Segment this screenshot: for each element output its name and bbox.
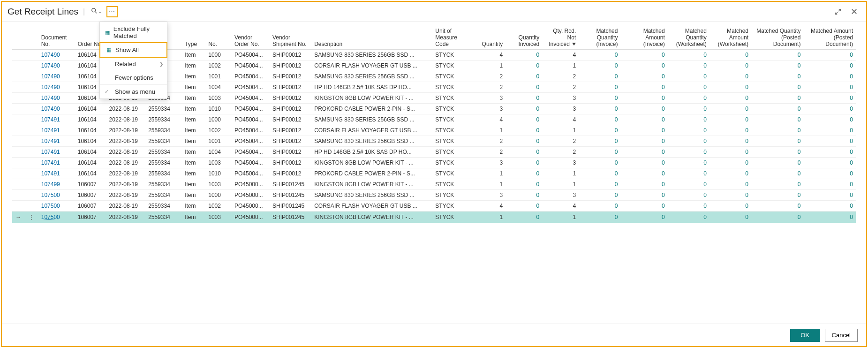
cell-document-no[interactable]: 107500: [38, 190, 75, 201]
cell-vendor-shipment-no: SHIP00012: [270, 158, 311, 168]
cell-mapd: 0: [803, 114, 856, 125]
cell-vendor-order-no: PO45004...: [232, 82, 270, 93]
cell-vendor-order-no: PO45004...: [232, 147, 270, 158]
row-menu-icon[interactable]: ⋮: [25, 212, 38, 223]
cell-buy-from: 2559334: [145, 168, 182, 179]
cell-vendor-shipment-no: SHIP00012: [270, 82, 311, 93]
cell-vendor-order-no: PO45004...: [232, 125, 270, 136]
col-vendor-shipment-no[interactable]: Vendor Shipment No.: [270, 26, 311, 50]
col-description[interactable]: Description: [311, 26, 432, 50]
table-row[interactable]: 1074911061042022-08-192559334Item1000PO4…: [12, 114, 856, 125]
cell-qty-rcd: 2: [542, 147, 579, 158]
table-row[interactable]: 1074991060072022-08-192559334Item1003PO4…: [12, 179, 856, 190]
cell-uom: STYCK: [432, 201, 469, 212]
cell-buy-from: 2559334: [145, 147, 182, 158]
col-qty-invoiced[interactable]: Quantity Invoiced: [506, 26, 542, 50]
cancel-button[interactable]: Cancel: [825, 329, 858, 342]
col-matched-qty-posted[interactable]: Matched Quantity (Posted Document): [751, 26, 803, 50]
cell-document-no[interactable]: 107500: [38, 212, 75, 223]
cell-mqpd: 0: [751, 82, 803, 93]
row-indicator-icon: →: [12, 212, 25, 223]
col-quantity[interactable]: Quantity: [469, 26, 506, 50]
table-row[interactable]: 1074911061042022-08-192559334Item1003PO4…: [12, 158, 856, 168]
cell-document-no[interactable]: 107491: [38, 168, 75, 179]
cell-type: Item: [182, 212, 205, 223]
table-row[interactable]: 1075001060072022-08-192559334Item1000PO4…: [12, 190, 856, 201]
cell-uom: STYCK: [432, 104, 469, 114]
cell-document-no[interactable]: 107490: [38, 61, 75, 71]
cell-qty: 1: [469, 179, 506, 190]
cell-posting-date: 2022-08-19: [106, 136, 146, 147]
table-row[interactable]: 1074911061042022-08-192559334Item1002PO4…: [12, 125, 856, 136]
cell-document-no[interactable]: 107490: [38, 71, 75, 82]
menu-show-as-menu[interactable]: Show as menu: [100, 85, 167, 98]
table-row[interactable]: 1074911061042022-08-192559334Item1010PO4…: [12, 168, 856, 179]
cell-description: PROKORD CABLE POWER 2-PIN - S...: [311, 168, 432, 179]
cell-mapd: 0: [803, 93, 856, 104]
chevron-right-icon: ❯: [159, 61, 163, 67]
cell-no: 1003: [205, 158, 232, 168]
expand-icon[interactable]: [831, 5, 845, 18]
close-icon[interactable]: ✕: [847, 5, 860, 18]
cell-document-no[interactable]: 107490: [38, 50, 75, 61]
cell-document-no[interactable]: 107491: [38, 114, 75, 125]
menu-exclude-fully-matched[interactable]: ▦ Exclude Fully Matched: [100, 22, 167, 43]
table-row[interactable]: 1074911061042022-08-192559334Item1004PO4…: [12, 147, 856, 158]
cell-document-no[interactable]: 107500: [38, 201, 75, 212]
col-no[interactable]: No.: [205, 26, 232, 50]
cell-document-no[interactable]: 107491: [38, 158, 75, 168]
col-vendor-order-no[interactable]: Vendor Order No.: [232, 26, 270, 50]
ok-button[interactable]: OK: [790, 329, 820, 342]
cell-type: Item: [182, 50, 205, 61]
more-actions-button[interactable]: ⋯: [106, 6, 118, 17]
cell-document-no[interactable]: 107491: [38, 125, 75, 136]
cell-buy-from: 2559334: [145, 104, 182, 114]
cell-type: Item: [182, 168, 205, 179]
cell-no: 1002: [205, 201, 232, 212]
cell-mqi: 0: [579, 114, 620, 125]
cell-maw: 0: [709, 104, 751, 114]
cell-buy-from: 2559334: [145, 114, 182, 125]
col-matched-amount-invoice[interactable]: Matched Amount (Invoice): [620, 26, 667, 50]
cell-document-no[interactable]: 107491: [38, 136, 75, 147]
cell-qty: 3: [469, 158, 506, 168]
cell-vendor-order-no: PO45000...: [232, 179, 270, 190]
cell-maw: 0: [709, 147, 751, 158]
cell-mai: 0: [620, 125, 667, 136]
cell-uom: STYCK: [432, 190, 469, 201]
col-matched-qty-invoice[interactable]: Matched Quantity (Invoice): [579, 26, 620, 50]
cell-posting-date: 2022-08-19: [106, 201, 146, 212]
menu-show-all[interactable]: ▦ Show All: [99, 42, 167, 58]
col-document-no[interactable]: Document No.: [38, 26, 75, 50]
row-menu-icon: [25, 168, 38, 179]
cell-document-no[interactable]: 107499: [38, 179, 75, 190]
row-indicator-icon: [12, 136, 25, 147]
search-button[interactable]: ⌄: [90, 6, 104, 17]
cell-qty-rcd: 4: [542, 50, 579, 61]
col-uom[interactable]: Unit of Measure Code: [432, 26, 469, 50]
cell-mqpd: 0: [751, 104, 803, 114]
cell-document-no[interactable]: 107490: [38, 82, 75, 93]
table-row[interactable]: 1075001060072022-08-192559334Item1002PO4…: [12, 201, 856, 212]
col-type[interactable]: Type: [182, 26, 205, 50]
col-matched-amount-worksheet[interactable]: Matched Amount (Worksheet): [709, 26, 751, 50]
cell-mqw: 0: [668, 158, 709, 168]
cell-document-no[interactable]: 107491: [38, 147, 75, 158]
cell-vendor-shipment-no: SHIP00012: [270, 50, 311, 61]
cell-vendor-order-no: PO45004...: [232, 158, 270, 168]
cell-posting-date: 2022-08-19: [106, 158, 146, 168]
menu-related[interactable]: Related ❯: [100, 57, 167, 71]
table-row[interactable]: →⋮1075001060072022-08-192559334Item1003P…: [12, 212, 856, 223]
cell-mqi: 0: [579, 212, 620, 223]
col-matched-amount-posted[interactable]: Matched Amount (Posted Document): [803, 26, 856, 50]
table-row[interactable]: 1074911061042022-08-192559334Item1001PO4…: [12, 136, 856, 147]
menu-fewer-options[interactable]: Fewer options: [100, 71, 167, 84]
cell-document-no[interactable]: 107490: [38, 93, 75, 104]
cell-mqpd: 0: [751, 61, 803, 71]
table-row[interactable]: 1074901061042022-08-192559334Item1010PO4…: [12, 104, 856, 114]
col-qty-rcd-not-invoiced[interactable]: Qty. Rcd. Not Invoiced: [542, 26, 579, 50]
col-matched-qty-worksheet[interactable]: Matched Quantity (Worksheet): [668, 26, 709, 50]
row-indicator-icon: [12, 50, 25, 61]
cell-document-no[interactable]: 107490: [38, 104, 75, 114]
row-indicator-icon: [12, 61, 25, 71]
